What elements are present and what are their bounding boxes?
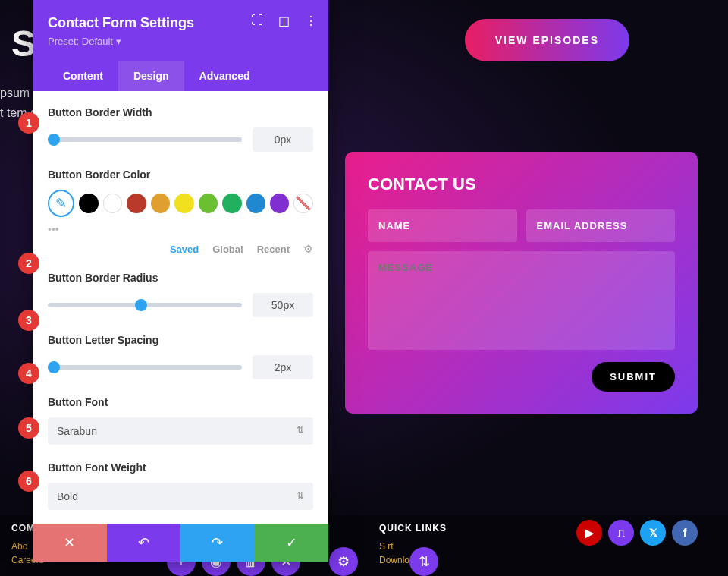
- cancel-button[interactable]: ✕: [33, 524, 107, 562]
- swatch-black[interactable]: [79, 194, 98, 213]
- letter-spacing-slider[interactable]: [48, 365, 242, 370]
- swatch-teal[interactable]: [222, 194, 241, 213]
- contact-form: CONTACT US SUBMIT: [345, 152, 698, 414]
- font-select[interactable]: Sarabun: [48, 417, 313, 445]
- swatch-purple[interactable]: [270, 194, 289, 213]
- save-button[interactable]: ✓: [255, 524, 329, 562]
- swatch-red[interactable]: [127, 194, 146, 213]
- sort-icon[interactable]: ⇅: [410, 547, 438, 576]
- twitch-icon[interactable]: ⎍: [608, 520, 634, 546]
- more-colors[interactable]: •••: [48, 223, 313, 235]
- settings-panel: Contact Form Settings Preset: Default ▾ …: [33, 0, 328, 562]
- marker-1: 1: [18, 112, 39, 134]
- marker-2: 2: [18, 253, 39, 274]
- color-tab-global[interactable]: Global: [212, 244, 243, 255]
- font-weight-select[interactable]: Bold: [48, 483, 313, 510]
- border-radius-label: Button Border Radius: [48, 272, 313, 284]
- color-tab-saved[interactable]: Saved: [170, 244, 199, 255]
- border-width-slider[interactable]: [48, 137, 242, 142]
- color-picker-icon[interactable]: ✎: [48, 190, 74, 217]
- marker-3: 3: [18, 310, 39, 331]
- expand-icon[interactable]: ⛶: [251, 14, 263, 28]
- border-width-value[interactable]: [253, 127, 313, 152]
- marker-5: 5: [18, 417, 39, 439]
- swatch-green[interactable]: [199, 194, 218, 213]
- name-input[interactable]: [368, 209, 517, 242]
- swatch-none[interactable]: [293, 194, 313, 213]
- layout-icon[interactable]: ◫: [278, 14, 290, 28]
- twitter-icon[interactable]: 𝕏: [640, 520, 666, 546]
- swatch-white[interactable]: [103, 194, 123, 213]
- letter-spacing-label: Button Letter Spacing: [48, 334, 313, 346]
- marker-6: 6: [18, 471, 39, 492]
- contact-title: CONTACT US: [368, 175, 675, 194]
- settings-icon[interactable]: ⚙: [329, 547, 358, 576]
- border-color-label: Button Border Color: [48, 168, 313, 181]
- tab-content[interactable]: Content: [48, 61, 118, 91]
- swatch-blue[interactable]: [246, 194, 265, 213]
- message-input[interactable]: [368, 251, 675, 350]
- gear-icon[interactable]: ⚙: [303, 243, 313, 255]
- tab-advanced[interactable]: Advanced: [184, 61, 265, 91]
- border-width-label: Button Border Width: [48, 106, 313, 118]
- font-label: Button Font: [48, 396, 313, 408]
- swatch-yellow[interactable]: [174, 194, 193, 213]
- undo-button[interactable]: ↶: [107, 524, 181, 562]
- marker-4: 4: [18, 363, 39, 384]
- view-episodes-button[interactable]: VIEW EPISODES: [465, 19, 629, 61]
- border-radius-slider[interactable]: [48, 303, 242, 307]
- preset-selector[interactable]: Preset: Default ▾: [48, 36, 313, 47]
- tab-design[interactable]: Design: [118, 61, 184, 91]
- email-input[interactable]: [526, 209, 676, 242]
- redo-button[interactable]: ↷: [180, 524, 255, 562]
- letter-spacing-value[interactable]: [253, 355, 313, 379]
- facebook-icon[interactable]: f: [672, 520, 698, 546]
- menu-icon[interactable]: ⋮: [305, 14, 317, 28]
- submit-button[interactable]: SUBMIT: [592, 362, 675, 392]
- font-weight-label: Button Font Weight: [48, 461, 313, 474]
- color-tab-recent[interactable]: Recent: [257, 244, 290, 255]
- border-radius-value[interactable]: [253, 293, 313, 317]
- swatch-orange[interactable]: [151, 194, 170, 213]
- youtube-icon[interactable]: ▶: [576, 520, 602, 546]
